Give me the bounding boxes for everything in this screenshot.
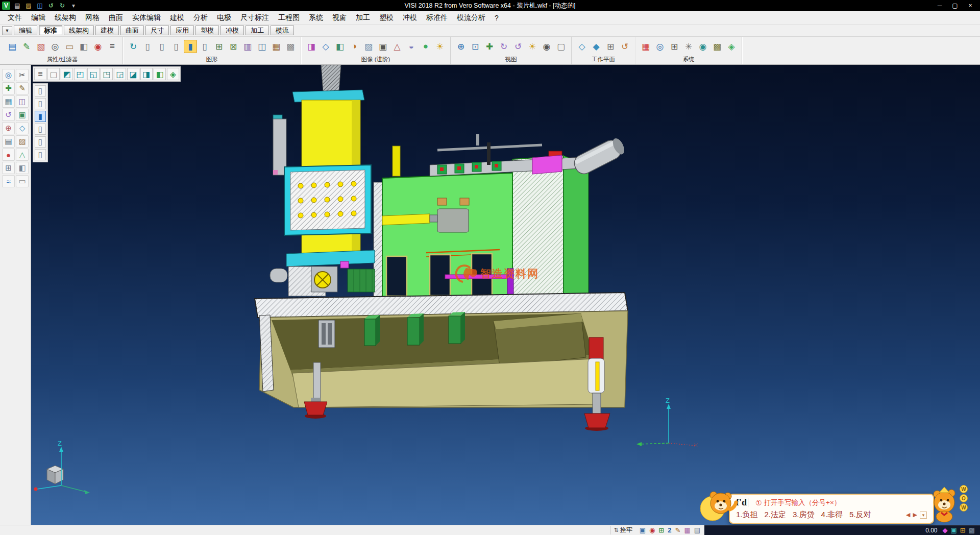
camera-icon[interactable]: ◉ <box>540 40 553 53</box>
menu-item[interactable]: 系统 <box>304 12 328 24</box>
gray-panel-icon[interactable]: ▩ <box>969 527 975 533</box>
toolbar-tab[interactable]: 冲模 <box>220 26 244 35</box>
sidebar-layers-icon[interactable]: ▤ <box>2 135 15 148</box>
ime-candidate[interactable]: 5.反对 <box>849 510 871 520</box>
sidebar-undo-icon[interactable]: ↺ <box>2 109 15 121</box>
toolbar-tab[interactable]: 编辑 <box>14 26 37 35</box>
close-button[interactable]: × <box>963 1 978 11</box>
sidebar-triangle-icon[interactable]: △ <box>16 149 29 161</box>
ime-next-icon[interactable]: ▶ <box>913 512 917 518</box>
menu-item[interactable]: 模流分析 <box>452 12 490 24</box>
redraw-icon[interactable]: ↻ <box>127 40 140 53</box>
color-filter-icon[interactable]: ▧ <box>34 40 47 53</box>
snap-lock-toggle[interactable]: ⇅ 拴牢 <box>610 526 635 534</box>
menu-item[interactable]: 编辑 <box>27 12 50 24</box>
workplane-grid-icon[interactable]: ⊞ <box>604 40 617 53</box>
color-palette-icon[interactable]: ▦ <box>639 40 652 53</box>
toolbar-tab[interactable]: 曲面 <box>120 26 144 35</box>
display-filter-icon[interactable]: ▯ <box>35 136 46 148</box>
view-menu-icon[interactable]: ≡ <box>34 68 46 80</box>
sidebar-curves-icon[interactable]: ≈ <box>2 175 15 187</box>
view-front-icon[interactable]: ◱ <box>87 68 100 80</box>
menu-item[interactable]: 尺寸标注 <box>236 12 274 24</box>
toolbar-options-caret-icon[interactable]: ▼ <box>2 26 12 35</box>
calculator-icon[interactable]: ⊞ <box>668 40 681 53</box>
ime-candidate[interactable]: 3.房贷 <box>793 510 815 520</box>
layer-pillar-icon[interactable]: ▯ <box>141 40 154 53</box>
menu-item[interactable]: 建模 <box>165 12 189 24</box>
menu-item[interactable]: 线架构 <box>50 12 81 24</box>
selection-filter-icon[interactable]: ◧ <box>77 40 90 53</box>
view-left-icon[interactable]: ◲ <box>114 68 126 80</box>
minimize-button[interactable]: ─ <box>932 1 947 11</box>
filter-settings-icon[interactable]: ≡ <box>106 40 119 53</box>
shade-mode-icon[interactable]: ◨ <box>305 40 318 53</box>
visi-logo[interactable]: V <box>2 2 10 10</box>
sidebar-add-icon[interactable]: ✚ <box>2 82 15 94</box>
layer-pillar-icon[interactable]: ▯ <box>155 40 168 53</box>
settings-gear-icon[interactable]: ✳ <box>682 40 695 53</box>
toolbar-tab[interactable]: 建模 <box>95 26 119 35</box>
ime-prev-icon[interactable]: ◀ <box>906 512 910 518</box>
view-right-icon[interactable]: ◳ <box>101 68 113 80</box>
menu-item[interactable]: 曲面 <box>104 12 128 24</box>
open-file-icon[interactable]: ▨ <box>24 2 33 10</box>
display-filter-icon[interactable]: ▯ <box>35 98 46 109</box>
layer-pillar-icon[interactable]: ▯ <box>198 40 211 53</box>
layer-pillar-active-icon[interactable]: ▮ <box>184 40 197 53</box>
sidebar-mesh-icon[interactable]: ▦ <box>2 95 15 108</box>
palette-status-icon[interactable]: ▦ <box>684 527 690 533</box>
menu-item[interactable]: 标准件 <box>422 12 452 24</box>
ime-candidate[interactable]: 4.非得 <box>821 510 843 520</box>
save-icon[interactable]: ◫ <box>36 2 44 10</box>
sidebar-point-icon[interactable]: ● <box>2 149 15 161</box>
sidebar-plane-icon[interactable]: ◇ <box>16 122 29 134</box>
toolbar-tab[interactable]: 标准 <box>39 26 62 35</box>
sidebar-select-icon[interactable]: ◎ <box>2 69 15 81</box>
view-bottom-icon[interactable]: ◨ <box>140 68 153 80</box>
sidebar-solid-icon[interactable]: ▣ <box>16 109 29 121</box>
toolbar-tab[interactable]: 模流 <box>271 26 294 35</box>
view-back-icon[interactable]: ◪ <box>127 68 139 80</box>
teal-grid-icon[interactable]: ▣ <box>951 527 957 533</box>
box-wireframe-icon[interactable]: ⊞ <box>212 40 226 53</box>
sidebar-compare-icon[interactable]: ◫ <box>16 95 29 108</box>
view-top-icon[interactable]: ◰ <box>74 68 86 80</box>
eraser-icon[interactable]: ▭ <box>63 40 76 53</box>
zoom-window-icon[interactable]: ⊡ <box>469 40 482 53</box>
redo-icon[interactable]: ↻ <box>58 2 66 10</box>
workplane-align-icon[interactable]: ◆ <box>590 40 603 53</box>
shadow-icon[interactable]: ▣ <box>376 40 389 53</box>
full-screen-icon[interactable]: ▢ <box>554 40 568 53</box>
sidebar-trim-icon[interactable]: ✂ <box>16 69 29 81</box>
undo-icon[interactable]: ↺ <box>47 2 55 10</box>
sidebar-boolean-icon[interactable]: ⊕ <box>2 122 15 134</box>
section-view-icon[interactable]: △ <box>390 40 404 53</box>
display-filter-icon[interactable]: ▯ <box>35 85 46 96</box>
viewport-3d[interactable]: 智造资料网 Z Z <box>31 65 980 525</box>
orange-box-icon[interactable]: ⊞ <box>960 527 966 533</box>
quick-access-caret-icon[interactable]: ▾ <box>69 2 78 10</box>
sidebar-sketch-icon[interactable]: ✎ <box>16 82 29 94</box>
cube-pair-icon[interactable]: ◫ <box>255 40 268 53</box>
edit-count-badge[interactable]: 2 <box>668 527 671 533</box>
grid-box-icon[interactable]: ▦ <box>270 40 283 53</box>
box-shaded-icon[interactable]: ⊠ <box>227 40 240 53</box>
new-file-icon[interactable]: ▤ <box>13 2 21 10</box>
ghost-box-icon[interactable]: ▩ <box>284 40 297 53</box>
view-iso2-icon[interactable]: ◧ <box>154 68 166 80</box>
display-filter-icon[interactable]: ▯ <box>35 149 46 160</box>
toolbar-tab[interactable]: 线架构 <box>64 26 94 35</box>
ime-candidate[interactable]: 2.法定 <box>765 510 787 520</box>
previous-view-icon[interactable]: ↺ <box>511 40 525 53</box>
pan-icon[interactable]: ✚ <box>483 40 496 53</box>
attribute-layers-icon[interactable]: ▤ <box>6 40 19 53</box>
toolbar-tab[interactable]: 塑模 <box>195 26 219 35</box>
view-iso-icon[interactable]: ◩ <box>61 68 73 80</box>
render-icon[interactable]: ◑ <box>348 40 361 53</box>
menu-item[interactable]: 视窗 <box>328 12 351 24</box>
snap-filter-icon[interactable]: ◎ <box>48 40 62 53</box>
ime-candidate[interactable]: 1.负担 <box>736 510 758 520</box>
info-icon[interactable]: ◉ <box>696 40 709 53</box>
paint-attributes-icon[interactable]: ◉ <box>91 40 105 53</box>
